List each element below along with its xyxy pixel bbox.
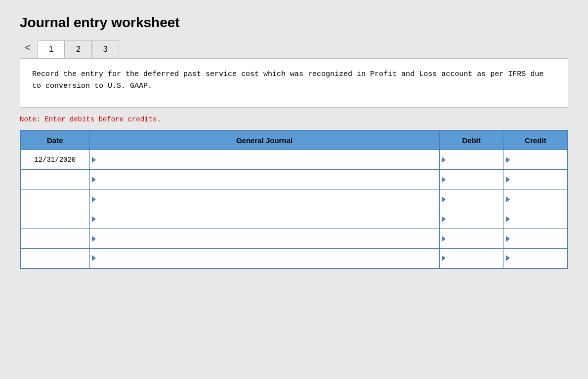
credit-cell-2[interactable] — [504, 190, 568, 209]
debit-cell-0[interactable] — [439, 150, 504, 170]
arrow-icon — [506, 255, 510, 261]
arrow-icon — [506, 177, 510, 183]
header-debit: Debit — [439, 131, 504, 150]
arrow-icon — [442, 216, 446, 222]
arrow-icon — [442, 196, 446, 202]
journal-cell-4[interactable] — [89, 229, 439, 249]
arrow-icon — [92, 255, 96, 261]
header-journal: General Journal — [89, 131, 439, 150]
arrow-icon — [442, 157, 446, 163]
date-cell-3[interactable] — [20, 209, 89, 229]
debit-cell-4[interactable] — [439, 229, 504, 249]
header-date: Date — [20, 131, 89, 150]
arrow-icon — [506, 157, 510, 163]
credit-cell-1[interactable] — [504, 170, 568, 190]
instruction-text: Record the entry for the deferred past s… — [32, 69, 556, 92]
table-row[interactable] — [20, 209, 568, 229]
debit-cell-2[interactable] — [439, 190, 504, 209]
debit-cell-5[interactable] — [439, 249, 504, 268]
journal-cell-1[interactable] — [89, 170, 439, 190]
arrow-icon — [506, 196, 510, 202]
credit-cell-5[interactable] — [504, 249, 568, 268]
date-cell-2[interactable] — [20, 190, 89, 209]
header-credit: Credit — [504, 131, 568, 150]
tab-1[interactable]: 1 — [38, 40, 65, 58]
arrow-icon — [92, 236, 96, 242]
credit-cell-4[interactable] — [504, 229, 568, 249]
tab-2[interactable]: 2 — [65, 40, 92, 58]
arrow-icon — [506, 236, 510, 242]
date-cell-5[interactable] — [20, 249, 89, 268]
journal-cell-5[interactable] — [89, 249, 439, 268]
arrow-icon — [442, 255, 446, 261]
table-row[interactable] — [20, 190, 568, 209]
date-cell-1[interactable] — [20, 170, 89, 190]
tab-prev-button[interactable]: < — [20, 40, 36, 58]
table-row[interactable]: 12/31/2020 — [20, 150, 568, 170]
arrow-icon — [442, 236, 446, 242]
arrow-icon — [92, 177, 96, 183]
debit-cell-3[interactable] — [439, 209, 504, 229]
date-cell-0[interactable]: 12/31/2020 — [20, 150, 89, 170]
journal-table: Date General Journal Debit Credit 12/31/… — [20, 130, 568, 269]
arrow-icon — [92, 196, 96, 202]
arrow-icon — [442, 177, 446, 183]
credit-cell-0[interactable] — [504, 150, 568, 170]
arrow-icon — [92, 216, 96, 222]
date-cell-4[interactable] — [20, 229, 89, 249]
table-row[interactable] — [20, 170, 568, 190]
note-text: Note: Enter debits before credits. — [20, 115, 568, 123]
tab-3[interactable]: 3 — [92, 40, 119, 58]
debit-cell-1[interactable] — [439, 170, 504, 190]
journal-cell-0[interactable] — [89, 150, 439, 170]
arrow-icon — [506, 216, 510, 222]
table-row[interactable] — [20, 249, 568, 268]
table-header-row: Date General Journal Debit Credit — [20, 131, 568, 150]
page-title: Journal entry worksheet — [20, 15, 568, 31]
arrow-icon — [92, 157, 96, 163]
credit-cell-3[interactable] — [504, 209, 568, 229]
journal-cell-2[interactable] — [89, 190, 439, 209]
journal-cell-3[interactable] — [89, 209, 439, 229]
instruction-box: Record the entry for the deferred past s… — [20, 59, 568, 108]
tabs-container: < 1 2 3 — [20, 40, 568, 59]
table-row[interactable] — [20, 229, 568, 249]
